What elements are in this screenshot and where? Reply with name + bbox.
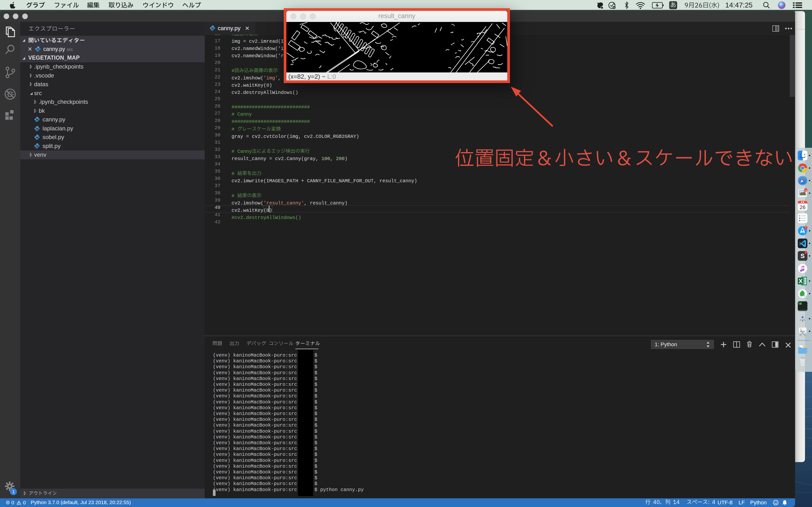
svg-text:26: 26 (800, 204, 806, 210)
svg-text:$: $ (799, 303, 800, 305)
svg-text:7: 7 (805, 226, 806, 229)
svg-text:S: S (800, 252, 805, 260)
svg-text:12: 12 (805, 189, 807, 191)
